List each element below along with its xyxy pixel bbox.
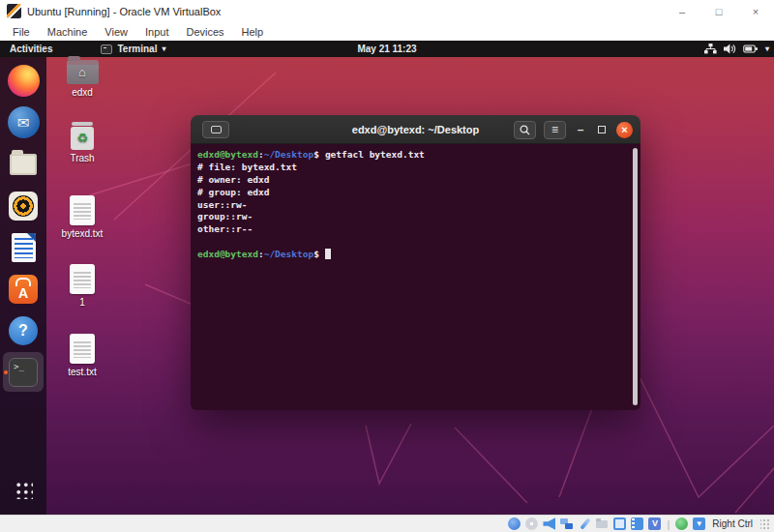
app-menu-label: Terminal bbox=[117, 44, 157, 54]
hamburger-icon: ≡ bbox=[551, 123, 558, 136]
menu-devices[interactable]: Devices bbox=[177, 26, 232, 38]
trash-icon: ♻ bbox=[70, 122, 95, 150]
terminal-prompt-line: edxd@bytexd:~/Desktop$ bbox=[197, 249, 627, 261]
search-icon bbox=[520, 125, 530, 135]
menu-file[interactable]: File bbox=[4, 26, 39, 38]
resize-grip[interactable] bbox=[760, 518, 770, 530]
menu-help[interactable]: Help bbox=[233, 26, 273, 38]
terminal-window: edxd@bytexd: ~/Desktop ≡ – × bbox=[191, 115, 640, 410]
terminal-output-line: # file: bytexd.txt bbox=[197, 162, 627, 174]
virtualbox-logo-icon bbox=[7, 4, 21, 18]
terminal-scrollbar[interactable] bbox=[633, 148, 638, 405]
terminal-output-line: group::rw- bbox=[197, 211, 627, 223]
text-file-icon bbox=[70, 264, 95, 294]
desktop-icon-label: 1 bbox=[52, 297, 112, 308]
virtualbox-window: Ubuntu [Running] - Oracle VM VirtualBox … bbox=[0, 0, 774, 532]
recording-icon[interactable] bbox=[631, 517, 643, 530]
desktop-icon-bytexd-txt[interactable]: bytexd.txt bbox=[52, 195, 112, 239]
text-file-icon bbox=[70, 195, 95, 225]
menu-input[interactable]: Input bbox=[136, 26, 177, 38]
command-text: getfacl bytexd.txt bbox=[325, 149, 425, 160]
home-folder-icon: ⌂ bbox=[67, 60, 99, 84]
vbox-titlebar: Ubuntu [Running] - Oracle VM VirtualBox … bbox=[0, 0, 774, 22]
desktop-icon-label: bytexd.txt bbox=[52, 228, 112, 239]
mouse-integration-icon[interactable] bbox=[675, 517, 688, 530]
vbox-menubar: File Machine View Input Devices Help bbox=[0, 22, 774, 41]
terminal-output-line: user::rw- bbox=[197, 199, 627, 212]
files-icon bbox=[10, 154, 37, 175]
shared-folders-icon[interactable] bbox=[596, 517, 609, 530]
terminal-output-line: other::r-- bbox=[197, 223, 627, 236]
vbox-statusbar: V | ▼ Right Ctrl bbox=[0, 515, 774, 532]
terminal-output-line: # owner: edxd bbox=[197, 174, 627, 187]
terminal-minimize-button[interactable]: – bbox=[574, 123, 587, 136]
gnome-topbar: Activities Terminal ▾ May 21 11:23 bbox=[0, 41, 774, 57]
dock-item-ubuntu-software[interactable]: A bbox=[3, 269, 44, 309]
network-icon bbox=[704, 44, 717, 54]
vbox-window-title: Ubuntu [Running] - Oracle VM VirtualBox bbox=[27, 6, 221, 17]
new-tab-icon bbox=[211, 126, 222, 133]
usb-devices-icon[interactable] bbox=[579, 517, 591, 530]
dock-item-firefox[interactable] bbox=[3, 61, 44, 101]
ubuntu-software-icon: A bbox=[9, 275, 38, 304]
terminal-cursor bbox=[325, 249, 331, 259]
desktop-icon-trash[interactable]: ♻ Trash bbox=[52, 122, 112, 163]
system-tray[interactable]: ▾ bbox=[704, 41, 769, 57]
search-button[interactable] bbox=[514, 121, 536, 139]
desktop-icon-label: Trash bbox=[52, 153, 112, 163]
terminal-actions: ≡ – × bbox=[514, 115, 633, 144]
terminal-icon: >_ bbox=[9, 358, 38, 387]
new-tab-button[interactable] bbox=[202, 121, 229, 138]
desktop-icon-1[interactable]: 1 bbox=[52, 264, 112, 308]
menu-machine[interactable]: Machine bbox=[39, 26, 97, 38]
hard-disks-icon[interactable] bbox=[508, 517, 521, 530]
audio-icon[interactable] bbox=[543, 517, 555, 530]
chevron-down-icon: ▾ bbox=[765, 44, 769, 53]
terminal-maximize-button[interactable] bbox=[598, 126, 606, 133]
help-icon: ? bbox=[9, 316, 38, 345]
optical-drives-icon[interactable] bbox=[525, 517, 538, 530]
desktop-icon-edxd[interactable]: ⌂ edxd bbox=[52, 60, 112, 98]
volume-icon bbox=[724, 44, 736, 54]
terminal-body[interactable]: edxd@bytexd:~/Desktop$getfacl bytexd.txt… bbox=[191, 144, 640, 410]
terminal-close-button[interactable]: × bbox=[616, 122, 633, 138]
menu-view[interactable]: View bbox=[96, 26, 136, 38]
dock-item-files[interactable] bbox=[3, 144, 44, 184]
terminal-command-line: edxd@bytexd:~/Desktop$getfacl bytexd.txt bbox=[197, 149, 627, 162]
terminal-output-line: # group: edxd bbox=[197, 187, 627, 199]
terminal-titlebar[interactable]: edxd@bytexd: ~/Desktop ≡ – × bbox=[191, 115, 640, 144]
vbox-close-button[interactable]: × bbox=[737, 0, 774, 22]
dock-item-terminal[interactable]: >_ bbox=[3, 352, 44, 392]
thunderbird-icon: ✉ bbox=[8, 106, 40, 138]
dock-item-libreoffice-writer[interactable] bbox=[3, 227, 44, 267]
chevron-down-icon: ▾ bbox=[162, 44, 165, 53]
host-key-label: Right Ctrl bbox=[712, 518, 753, 529]
virtualization-features-icon[interactable]: V bbox=[648, 517, 661, 530]
menu-button[interactable]: ≡ bbox=[544, 121, 566, 139]
activities-button[interactable]: Activities bbox=[10, 44, 52, 54]
text-file-icon bbox=[70, 334, 95, 364]
desktop-icon-test-txt[interactable]: test.txt bbox=[52, 334, 112, 377]
display-icon[interactable] bbox=[613, 517, 626, 530]
dock-item-show-applications[interactable] bbox=[3, 469, 44, 509]
libreoffice-writer-icon bbox=[12, 233, 36, 262]
show-applications-icon bbox=[14, 480, 33, 499]
terminal-app-icon bbox=[101, 44, 112, 54]
vbox-window-controls: – □ × bbox=[664, 0, 774, 22]
desktop-icon-label: test.txt bbox=[52, 367, 112, 377]
dock-item-rhythmbox[interactable] bbox=[3, 186, 44, 225]
dock-item-thunderbird[interactable]: ✉ bbox=[3, 103, 44, 142]
vbox-minimize-button[interactable]: – bbox=[664, 0, 700, 22]
network-adapters-icon[interactable] bbox=[560, 517, 574, 530]
vbox-maximize-button[interactable]: □ bbox=[700, 0, 737, 22]
keyboard-icon[interactable]: ▼ bbox=[693, 517, 705, 530]
dock-item-help[interactable]: ? bbox=[3, 310, 44, 350]
battery-icon bbox=[743, 44, 759, 54]
firefox-icon bbox=[8, 65, 40, 97]
rhythmbox-icon bbox=[9, 192, 38, 221]
terminal-blank-line bbox=[197, 236, 627, 249]
dock: ✉ A ? >_ bbox=[0, 57, 46, 515]
terminal-title: edxd@bytexd: ~/Desktop bbox=[352, 124, 479, 135]
vm-screen: Activities Terminal ▾ May 21 11:23 bbox=[0, 41, 774, 515]
app-menu[interactable]: Terminal ▾ bbox=[101, 44, 165, 54]
